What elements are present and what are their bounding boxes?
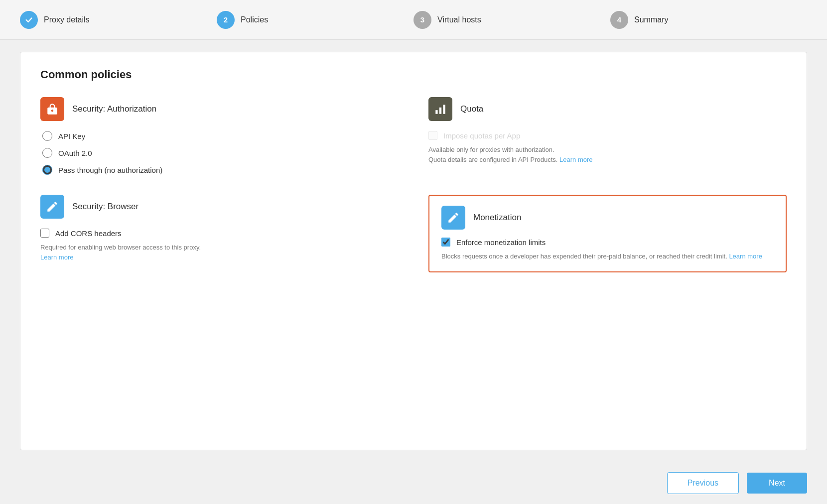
step-label-proxy-details: Proxy details [44, 15, 90, 24]
step-circle-summary: 4 [610, 11, 628, 29]
step-label-summary: Summary [634, 15, 668, 24]
browser-learn-more[interactable]: Learn more [40, 253, 73, 261]
radio-api-key[interactable]: API Key [42, 131, 399, 141]
radio-oauth-label: OAuth 2.0 [58, 149, 92, 157]
security-browser-name: Security: Browser [72, 202, 138, 212]
security-browser-section: Security: Browser Add CORS headers Requi… [40, 195, 399, 272]
card-title: Common policies [40, 68, 787, 81]
radio-oauth[interactable]: OAuth 2.0 [42, 148, 399, 158]
svg-rect-2 [443, 105, 445, 114]
security-auth-name: Security: Authorization [72, 104, 156, 114]
radio-pass-through-label: Pass through (no authorization) [58, 166, 162, 174]
quota-icon [428, 97, 452, 121]
quota-header: Quota [428, 97, 787, 121]
next-button[interactable]: Next [747, 473, 807, 494]
step-circle-policies: 2 [217, 11, 235, 29]
svg-rect-1 [439, 108, 441, 114]
monetization-name: Monetization [473, 213, 521, 223]
step-circle-proxy-details [20, 11, 38, 29]
monetization-checkbox-label: Enforce monetization limits [456, 238, 546, 247]
radio-pass-through[interactable]: Pass through (no authorization) [42, 165, 399, 175]
main-content: Common policies Security: Authorization [0, 40, 827, 462]
step-summary: 4 Summary [610, 11, 807, 29]
checkbox-cors[interactable]: Add CORS headers [40, 229, 399, 238]
quota-checkbox-label: Impose quotas per App [443, 131, 520, 140]
auth-radio-options: API Key OAuth 2.0 Pass through (no autho… [40, 131, 399, 175]
radio-api-key-label: API Key [58, 132, 85, 140]
step-virtual-hosts: 3 Virtual hosts [414, 11, 610, 29]
step-label-policies: Policies [241, 15, 268, 24]
security-browser-header: Security: Browser [40, 195, 399, 219]
security-auth-section: Security: Authorization API Key OAuth 2.… [40, 97, 399, 175]
quota-helper-text: Available only for proxies with authoriz… [428, 145, 787, 164]
security-auth-icon [40, 97, 64, 121]
browser-options: Add CORS headers Required for enabling w… [40, 229, 399, 262]
quota-name: Quota [460, 104, 483, 114]
svg-rect-0 [435, 110, 437, 114]
step-circle-virtual-hosts: 3 [414, 11, 431, 29]
security-auth-header: Security: Authorization [40, 97, 399, 121]
monetization-helper-text: Blocks requests once a developer has exp… [441, 252, 774, 261]
step-label-virtual-hosts: Virtual hosts [437, 15, 481, 24]
monetization-header: Monetization [441, 206, 774, 230]
monetization-section: Monetization Enforce monetization limits… [428, 195, 787, 272]
checkbox-quota[interactable]: Impose quotas per App [428, 131, 787, 140]
cors-checkbox-label: Add CORS headers [55, 229, 122, 238]
quota-options: Impose quotas per App Available only for… [428, 131, 787, 164]
monetization-icon [441, 206, 465, 230]
step-policies: 2 Policies [217, 11, 414, 29]
quota-learn-more[interactable]: Learn more [559, 156, 592, 163]
stepper: Proxy details 2 Policies 3 Virtual hosts… [0, 0, 827, 40]
checkbox-monetization[interactable]: Enforce monetization limits [441, 238, 774, 247]
browser-helper-text: Required for enabling web browser access… [40, 243, 399, 262]
security-browser-icon [40, 195, 64, 219]
monetization-box: Monetization Enforce monetization limits… [428, 195, 787, 272]
footer: Previous Next [0, 462, 827, 504]
policies-grid: Security: Authorization API Key OAuth 2.… [40, 97, 787, 272]
monetization-learn-more[interactable]: Learn more [729, 252, 762, 260]
quota-section: Quota Impose quotas per App Available on… [428, 97, 787, 175]
monetization-options: Enforce monetization limits Blocks reque… [441, 238, 774, 261]
step-proxy-details: Proxy details [20, 11, 217, 29]
policies-card: Common policies Security: Authorization [20, 52, 807, 450]
previous-button[interactable]: Previous [667, 472, 739, 494]
